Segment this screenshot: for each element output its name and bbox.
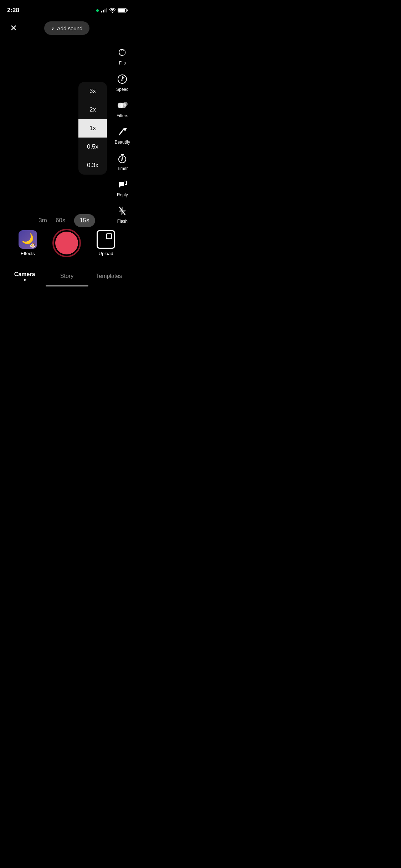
duration-15s[interactable]: 15s [74, 214, 95, 227]
signal-icon [101, 8, 107, 12]
speed-03x[interactable]: 0.3x [78, 156, 107, 175]
right-sidebar: Flip 1x Speed Filters [115, 46, 130, 224]
duration-3m[interactable]: 3m [38, 217, 47, 224]
nav-story-label: Story [60, 273, 73, 279]
svg-text:1x: 1x [120, 79, 124, 82]
timer-label: Timer [117, 166, 128, 171]
flip-button[interactable]: Flip [116, 46, 129, 66]
status-time: 2:28 [7, 7, 19, 14]
speed-label: Speed [116, 87, 129, 92]
green-dot [96, 9, 99, 12]
flip-icon [116, 46, 129, 59]
speed-1x[interactable]: 1x [78, 119, 107, 138]
top-controls: ✕ ♪ Add sound [0, 16, 134, 41]
status-bar: 2:28 [0, 0, 134, 16]
reply-icon [116, 178, 129, 191]
effects-label: Effects [21, 251, 35, 256]
upload-button[interactable]: Upload [97, 230, 115, 256]
speed-selector: 3x 2x 1x 0.5x 0.3x [78, 82, 107, 175]
upload-label: Upload [99, 251, 113, 256]
filters-icon [116, 99, 129, 112]
record-inner [55, 232, 78, 254]
wifi-icon [109, 8, 115, 13]
nav-camera-label: Camera [14, 271, 35, 278]
upload-icon [97, 230, 115, 249]
beautify-icon [116, 125, 129, 138]
status-icons [96, 8, 127, 13]
add-sound-button[interactable]: ♪ Add sound [44, 21, 90, 35]
flash-label: Flash [117, 219, 128, 224]
nav-camera-dot [24, 279, 26, 281]
nav-templates-label: Templates [96, 273, 122, 279]
effects-button[interactable]: 🌙 🍜 Effects [19, 230, 37, 256]
flash-button[interactable]: Flash [116, 205, 129, 224]
speed-3x[interactable]: 3x [78, 82, 107, 100]
beautify-label: Beautify [115, 140, 130, 145]
timer-button[interactable]: 3 Timer [116, 152, 129, 171]
timer-icon: 3 [116, 152, 129, 165]
effects-thumbnail: 🌙 🍜 [19, 230, 37, 249]
home-indicator [46, 285, 88, 286]
reply-button[interactable]: Reply [116, 178, 129, 197]
speed-2x[interactable]: 2x [78, 100, 107, 119]
battery-icon [118, 8, 127, 12]
svg-point-4 [123, 102, 128, 106]
svg-rect-7 [121, 154, 124, 155]
record-button[interactable] [52, 229, 81, 257]
filters-button[interactable]: Filters [116, 99, 129, 118]
flash-icon [116, 205, 129, 217]
duration-60s[interactable]: 60s [56, 217, 65, 224]
beautify-button[interactable]: Beautify [115, 125, 130, 145]
music-icon: ♪ [51, 25, 54, 31]
add-sound-label: Add sound [57, 25, 83, 31]
bottom-controls: 🌙 🍜 Effects Upload [0, 229, 134, 257]
svg-point-6 [126, 128, 127, 129]
nav-templates[interactable]: Templates [88, 273, 130, 279]
filters-label: Filters [117, 113, 128, 118]
duration-selector: 3m 60s 15s [38, 214, 95, 227]
reply-label: Reply [117, 192, 128, 197]
close-icon: ✕ [10, 23, 17, 33]
speed-button[interactable]: 1x Speed [116, 73, 129, 92]
flip-label: Flip [119, 61, 126, 66]
nav-story[interactable]: Story [46, 273, 88, 279]
speed-05x[interactable]: 0.5x [78, 138, 107, 156]
nav-camera[interactable]: Camera [4, 271, 46, 281]
svg-point-5 [124, 129, 126, 130]
speed-icon: 1x [116, 73, 129, 86]
close-button[interactable]: ✕ [7, 22, 20, 35]
bottom-nav: Camera Story Templates [0, 271, 134, 281]
